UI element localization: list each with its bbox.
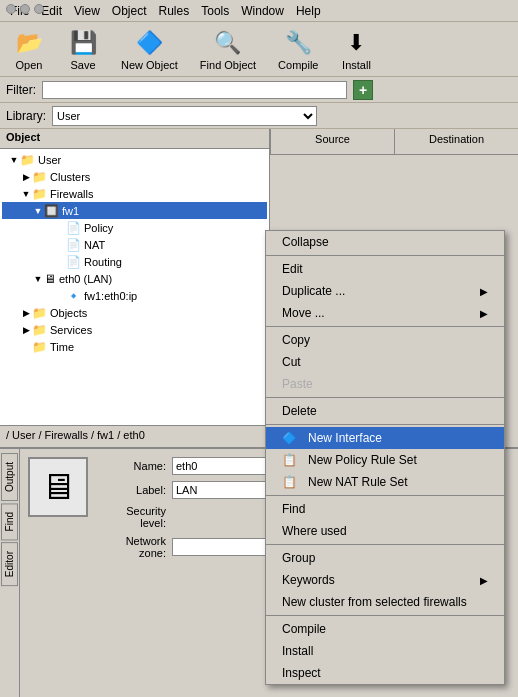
tree-expand-clusters[interactable]: ▶ <box>20 172 32 182</box>
find-tab[interactable]: Find <box>1 503 18 540</box>
ctx-duplicate-arrow: ▶ <box>480 286 488 297</box>
ctx-collapse[interactable]: Collapse <box>266 231 504 253</box>
tree-item-objects[interactable]: ▶ 📁 Objects <box>2 304 267 321</box>
eth0-icon: 🖥 <box>44 272 56 286</box>
dot-2 <box>20 4 30 14</box>
tree-item-fw1[interactable]: ▼ 🔲 fw1 <box>2 202 267 219</box>
tree-item-nat[interactable]: 📄 NAT <box>2 236 267 253</box>
col-headers: Source Destination <box>270 129 518 155</box>
ctx-new-cluster[interactable]: New cluster from selected firewalls <box>266 591 504 613</box>
ctx-move-arrow: ▶ <box>480 308 488 319</box>
filter-add-button[interactable]: + <box>353 80 373 100</box>
ctx-new-policy[interactable]: 📋 New Policy Rule Set <box>266 449 504 471</box>
firewalls-folder-icon: 📁 <box>32 187 47 201</box>
tree-item-clusters[interactable]: ▶ 📁 Clusters <box>2 168 267 185</box>
tree-expand-eth0[interactable]: ▼ <box>32 274 44 284</box>
context-menu: Collapse Edit Duplicate ...▶ Move ...▶ C… <box>265 230 505 685</box>
tree-expand-user[interactable]: ▼ <box>8 155 20 165</box>
ctx-group[interactable]: Group <box>266 547 504 569</box>
menu-view[interactable]: View <box>68 2 106 20</box>
ctx-new-nat[interactable]: 📋 New NAT Rule Set <box>266 471 504 493</box>
tree-header: Object <box>0 129 269 149</box>
find-object-button[interactable]: 🔍 Find Object <box>193 23 263 75</box>
device-icon: 🖥 <box>28 457 88 517</box>
menu-help[interactable]: Help <box>290 2 327 20</box>
ctx-move[interactable]: Move ...▶ <box>266 302 504 324</box>
routing-icon: 📄 <box>66 255 81 269</box>
ctx-compile[interactable]: Compile <box>266 618 504 640</box>
ctx-sep-6 <box>266 544 504 545</box>
network-value <box>172 538 272 556</box>
editor-tab[interactable]: Editor <box>1 542 18 586</box>
label-input[interactable] <box>172 481 272 499</box>
ctx-sep-7 <box>266 615 504 616</box>
ctx-duplicate[interactable]: Duplicate ...▶ <box>266 280 504 302</box>
ctx-sep-1 <box>266 255 504 256</box>
library-select[interactable]: User Standard Shared <box>52 106 317 126</box>
new-object-button[interactable]: 🔷 New Object <box>114 23 185 75</box>
tree-item-firewalls[interactable]: ▼ 📁 Firewalls <box>2 185 267 202</box>
new-nat-icon: 📋 <box>282 475 298 489</box>
ctx-keywords[interactable]: Keywords▶ <box>266 569 504 591</box>
install-icon: ⬇ <box>340 27 372 59</box>
ctx-install[interactable]: Install <box>266 640 504 662</box>
clusters-folder-icon: 📁 <box>32 170 47 184</box>
menu-rules[interactable]: Rules <box>153 2 196 20</box>
name-input[interactable] <box>172 457 272 475</box>
tree-item-eth0[interactable]: ▼ 🖥 eth0 (LAN) <box>2 270 267 287</box>
tree-item-routing[interactable]: 📄 Routing <box>2 253 267 270</box>
new-policy-icon: 📋 <box>282 453 298 467</box>
tree-item-user[interactable]: ▼ 📁 User <box>2 151 267 168</box>
ctx-sep-2 <box>266 326 504 327</box>
tree-expand-services[interactable]: ▶ <box>20 325 32 335</box>
nat-icon: 📄 <box>66 238 81 252</box>
name-label: Name: <box>100 460 172 472</box>
ctx-sep-5 <box>266 495 504 496</box>
save-icon: 💾 <box>67 27 99 59</box>
fw1-icon: 🔲 <box>44 204 59 218</box>
install-button[interactable]: ⬇ Install <box>333 23 379 75</box>
tree-expand-objects[interactable]: ▶ <box>20 308 32 318</box>
menu-tools[interactable]: Tools <box>195 2 235 20</box>
open-button[interactable]: 📂 Open <box>6 23 52 75</box>
new-object-icon: 🔷 <box>133 27 165 59</box>
destination-header: Destination <box>394 129 518 154</box>
dot-1 <box>6 4 16 14</box>
time-folder-icon: 📁 <box>32 340 47 354</box>
label-label: Label: <box>100 484 172 496</box>
tree-item-eth0-ip[interactable]: 🔹 fw1:eth0:ip <box>2 287 267 304</box>
ctx-delete[interactable]: Delete <box>266 400 504 422</box>
filter-label: Filter: <box>6 83 36 97</box>
source-header: Source <box>270 129 394 154</box>
tree-expand-fw1[interactable]: ▼ <box>32 206 44 216</box>
tree-item-services[interactable]: ▶ 📁 Services <box>2 321 267 338</box>
compile-icon: 🔧 <box>282 27 314 59</box>
user-folder-icon: 📁 <box>20 153 35 167</box>
ctx-new-interface[interactable]: 🔷 New Interface <box>266 427 504 449</box>
ctx-cut[interactable]: Cut <box>266 351 504 373</box>
filter-input[interactable] <box>42 81 347 99</box>
library-label: Library: <box>6 109 46 123</box>
filterbar: Filter: + <box>0 77 518 103</box>
ip-icon: 🔹 <box>66 289 81 303</box>
output-tab[interactable]: Output <box>1 453 18 501</box>
tree-item-time[interactable]: 📁 Time <box>2 338 267 355</box>
tree-expand-firewalls[interactable]: ▼ <box>20 189 32 199</box>
save-button[interactable]: 💾 Save <box>60 23 106 75</box>
ctx-where-used[interactable]: Where used <box>266 520 504 542</box>
ctx-copy[interactable]: Copy <box>266 329 504 351</box>
toolbar: 📂 Open 💾 Save 🔷 New Object 🔍 Find Object… <box>0 22 518 77</box>
side-tabs: Output Find Editor <box>0 449 20 697</box>
compile-button[interactable]: 🔧 Compile <box>271 23 325 75</box>
menu-object[interactable]: Object <box>106 2 153 20</box>
network-label: Network zone: <box>100 535 172 559</box>
librarybar: Library: User Standard Shared <box>0 103 518 129</box>
tree-item-policy[interactable]: 📄 Policy <box>2 219 267 236</box>
menu-window[interactable]: Window <box>235 2 290 20</box>
ctx-edit[interactable]: Edit <box>266 258 504 280</box>
security-label: Security level: <box>100 505 172 529</box>
ctx-inspect[interactable]: Inspect <box>266 662 504 684</box>
ctx-find[interactable]: Find <box>266 498 504 520</box>
find-object-icon: 🔍 <box>212 27 244 59</box>
ctx-sep-3 <box>266 397 504 398</box>
